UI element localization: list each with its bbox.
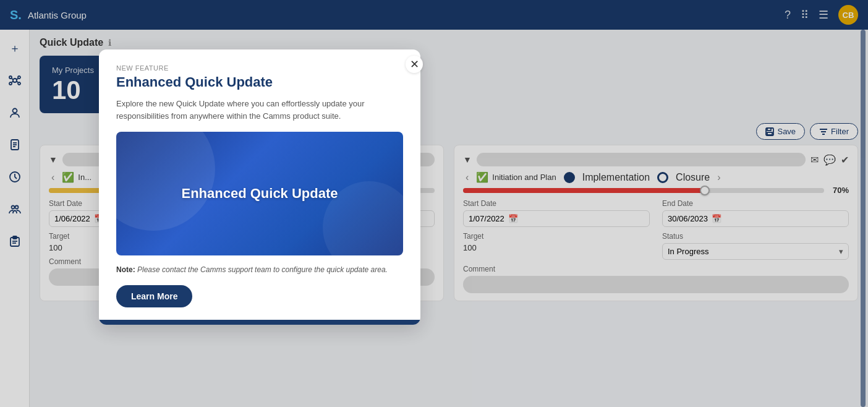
modal-overlay: NEW FEATURE Enhanced Quick Update Explor… (0, 0, 868, 407)
modal-image-text: Enhanced Quick Update (181, 186, 338, 202)
modal-note: Note: Please contact the Camms support t… (116, 265, 403, 274)
image-blob-1 (116, 132, 215, 231)
modal-body: NEW FEATURE Enhanced Quick Update Explor… (99, 49, 420, 320)
note-strong: Note: (116, 265, 135, 274)
feature-modal: NEW FEATURE Enhanced Quick Update Explor… (99, 49, 420, 325)
modal-image: Enhanced Quick Update (116, 132, 403, 255)
modal-description: Explore the new Quick Update where you c… (116, 98, 403, 122)
modal-close-button[interactable]: ✕ (406, 56, 423, 73)
modal-title: Enhanced Quick Update (116, 74, 403, 90)
note-text: Please contact the Camms support team to… (137, 265, 388, 274)
learn-more-button[interactable]: Learn More (116, 285, 192, 307)
modal-tag: NEW FEATURE (116, 64, 403, 72)
modal-footer (99, 320, 420, 325)
